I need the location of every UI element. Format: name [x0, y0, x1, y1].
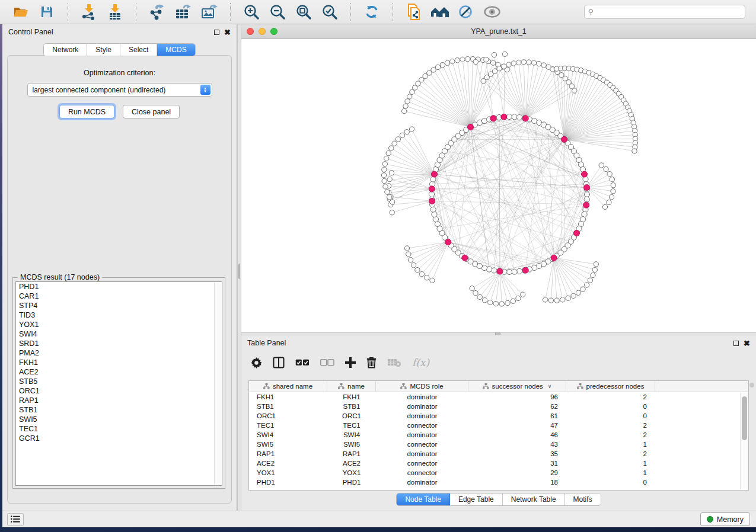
result-node[interactable]: TID3 — [16, 310, 222, 320]
delete-table-icon[interactable] — [387, 358, 401, 367]
result-node[interactable]: CAR1 — [16, 291, 222, 301]
result-node[interactable]: GCR1 — [16, 434, 222, 443]
tab-edge-table[interactable]: Edge Table — [450, 493, 503, 505]
result-scrollbar[interactable] — [214, 283, 221, 485]
dominator-node[interactable] — [562, 136, 567, 142]
save-session-icon[interactable] — [37, 2, 57, 21]
import-network-icon[interactable] — [79, 2, 99, 21]
dominator-node[interactable] — [429, 186, 435, 192]
zoom-fit-icon[interactable] — [294, 2, 314, 21]
result-node[interactable]: RAP1 — [16, 396, 222, 405]
task-history-button[interactable] — [7, 513, 24, 526]
export-network-icon[interactable] — [147, 2, 167, 21]
result-node[interactable]: PMA2 — [16, 348, 222, 358]
result-node[interactable]: TEC1 — [16, 424, 222, 434]
column-header-predecessor-nodes[interactable]: predecessor nodes — [566, 381, 655, 392]
result-node[interactable]: STB5 — [16, 377, 222, 386]
zoom-out-icon[interactable] — [267, 2, 288, 21]
tab-mcds[interactable]: MCDS — [157, 44, 194, 56]
close-panel-icon[interactable]: ✖ — [224, 28, 231, 36]
add-column-icon[interactable] — [345, 357, 356, 368]
gear-icon[interactable] — [251, 357, 262, 368]
column-header-shared-name[interactable]: shared name — [249, 381, 327, 392]
table-row[interactable]: STB1STB1dominator620 — [249, 402, 748, 411]
result-node[interactable]: STB1 — [16, 405, 222, 415]
sort-indicator-icon: ∨ — [548, 383, 552, 389]
splitter-handle[interactable] — [238, 264, 240, 279]
result-node[interactable]: ACE2 — [16, 367, 222, 377]
dominator-node[interactable] — [522, 267, 528, 273]
column-header-successor-nodes[interactable]: successor nodes∨ — [468, 381, 566, 392]
dominator-node[interactable] — [468, 124, 474, 130]
result-node[interactable]: SWI4 — [16, 329, 222, 339]
dominator-node[interactable] — [429, 198, 435, 204]
dominator-node[interactable] — [497, 268, 503, 274]
dominator-node[interactable] — [583, 202, 589, 208]
table-scrollbar[interactable] — [740, 393, 748, 489]
tab-select[interactable]: Select — [120, 44, 157, 56]
hide-selected-icon[interactable] — [456, 2, 476, 21]
result-node[interactable]: FKH1 — [16, 358, 222, 367]
table-row[interactable]: SWI5SWI5connector431 — [249, 440, 748, 449]
table-row[interactable]: FKH1FKH1dominator962 — [249, 392, 748, 402]
open-file-icon[interactable] — [11, 2, 31, 21]
table-row[interactable]: TEC1TEC1connector472 — [249, 421, 748, 430]
result-node[interactable]: YOX1 — [16, 320, 222, 329]
zoom-selected-icon[interactable] — [320, 2, 340, 21]
close-panel-icon[interactable]: ✖ — [744, 339, 750, 347]
column-header-MCDS-role[interactable]: MCDS role — [376, 381, 468, 392]
network-graph[interactable] — [241, 39, 756, 332]
dominator-node[interactable] — [522, 116, 528, 121]
table-row[interactable]: ORC1ORC1dominator610 — [249, 411, 748, 421]
float-panel-icon[interactable] — [733, 341, 739, 346]
network-canvas[interactable] — [241, 39, 756, 332]
table-row[interactable]: PHD1PHD1dominator180 — [249, 477, 748, 487]
memory-button[interactable]: Memory — [700, 512, 750, 526]
tab-style[interactable]: Style — [87, 44, 120, 56]
export-image-icon[interactable] — [199, 2, 219, 21]
table-row[interactable]: ACE2ACE2connector311 — [249, 459, 748, 468]
result-node[interactable]: PHD1 — [16, 282, 222, 291]
result-node[interactable]: SWI5 — [16, 415, 222, 424]
dominator-node[interactable] — [445, 239, 451, 245]
deselect-all-icon[interactable] — [320, 359, 334, 366]
table-row[interactable]: YOX1YOX1connector291 — [249, 468, 748, 477]
zoom-in-icon[interactable] — [241, 2, 261, 21]
optimization-criterion-dropdown[interactable]: largest connected component (undirected)… — [27, 83, 212, 97]
export-table-icon[interactable] — [173, 2, 193, 21]
tab-node-table[interactable]: Node Table — [397, 493, 450, 505]
dominator-node[interactable] — [551, 255, 557, 261]
result-node[interactable]: SRD1 — [16, 339, 222, 348]
vertical-splitter[interactable] — [237, 24, 241, 511]
import-table-icon[interactable] — [105, 2, 125, 21]
mcds-result-list[interactable]: PHD1CAR1STP4TID3YOX1SWI4SRD1PMA2FKH1ACE2… — [15, 281, 222, 486]
dominator-node[interactable] — [582, 171, 588, 177]
tab-motifs[interactable]: Motifs — [565, 493, 601, 505]
select-all-icon[interactable] — [295, 359, 310, 366]
table-cell: TEC1 — [249, 422, 327, 429]
refresh-icon[interactable] — [362, 2, 382, 21]
close-panel-button[interactable]: Close panel — [123, 105, 180, 118]
run-mcds-button[interactable]: Run MCDS — [59, 105, 114, 118]
result-node[interactable]: ORC1 — [16, 386, 222, 396]
result-node[interactable]: STP4 — [16, 301, 222, 310]
tab-network-table[interactable]: Network Table — [503, 493, 565, 505]
tab-network[interactable]: Network — [44, 44, 87, 56]
table-row[interactable]: SWI4SWI4dominator462 — [249, 430, 748, 440]
dominator-node[interactable] — [462, 255, 468, 261]
table-row[interactable]: RAP1RAP1dominator352 — [249, 449, 748, 459]
dominator-node[interactable] — [584, 185, 590, 191]
column-header-name[interactable]: name — [327, 381, 376, 392]
delete-icon[interactable] — [366, 357, 377, 368]
column-layout-icon[interactable] — [273, 357, 285, 368]
float-panel-icon[interactable] — [214, 30, 219, 35]
dominator-node[interactable] — [490, 116, 496, 121]
clone-network-icon[interactable] — [404, 2, 424, 21]
scrollbar-thumb[interactable] — [742, 396, 747, 440]
show-all-icon[interactable] — [430, 2, 450, 21]
dominator-node[interactable] — [573, 230, 579, 236]
search-input[interactable] — [584, 5, 745, 19]
dominator-node[interactable] — [431, 171, 437, 177]
dominator-node[interactable] — [501, 114, 507, 120]
show-graphics-details-icon[interactable] — [482, 2, 502, 21]
